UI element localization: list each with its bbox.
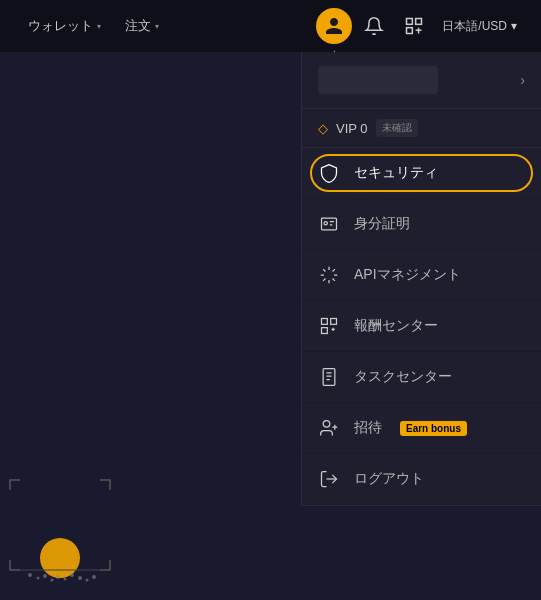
svg-point-3 — [40, 538, 80, 578]
unverified-badge: 未確認 — [376, 119, 418, 137]
svg-point-5 — [37, 577, 40, 580]
avatar-icon — [316, 8, 352, 44]
username-block — [318, 66, 438, 94]
logout-label: ログアウト — [354, 470, 424, 488]
tasks-icon — [318, 366, 340, 388]
menu-item-tasks[interactable]: タスクセンター — [302, 352, 541, 403]
lang-label: 日本語/USD — [442, 18, 507, 35]
identity-icon — [318, 213, 340, 235]
api-label: APIマネジメント — [354, 266, 461, 284]
svg-point-10 — [70, 573, 74, 577]
download-button[interactable] — [394, 0, 434, 52]
menu-item-invite[interactable]: 招待 Earn bonus — [302, 403, 541, 454]
decorative-scene — [0, 470, 311, 600]
orders-label: 注文 — [125, 17, 151, 35]
api-icon — [318, 264, 340, 286]
profile-dropdown: › ◇ VIP 0 未確認 セキュリティ — [301, 52, 541, 506]
bell-icon — [364, 16, 384, 36]
orders-chevron: ▾ — [155, 22, 159, 31]
svg-point-12 — [86, 579, 89, 582]
wallet-label: ウォレット — [28, 17, 93, 35]
language-button[interactable]: 日本語/USD ▾ — [434, 18, 525, 35]
menu-list: セキュリティ 身分証明 APIマネジメント — [302, 148, 541, 505]
svg-rect-18 — [331, 319, 337, 325]
invite-label: 招待 — [354, 419, 382, 437]
person-icon — [324, 16, 344, 36]
menu-item-rewards[interactable]: 報酬センター — [302, 301, 541, 352]
security-icon — [318, 162, 340, 184]
svg-point-8 — [56, 575, 60, 579]
svg-point-13 — [92, 575, 96, 579]
profile-button[interactable]: ▲ — [314, 0, 354, 52]
svg-point-21 — [323, 421, 330, 428]
vip-diamond-icon: ◇ — [318, 121, 328, 136]
svg-rect-1 — [416, 19, 422, 25]
svg-rect-0 — [407, 19, 413, 25]
tasks-label: タスクセンター — [354, 368, 452, 386]
notifications-button[interactable] — [354, 0, 394, 52]
rewards-icon — [318, 315, 340, 337]
dropdown-header: › — [302, 52, 541, 109]
identity-label: 身分証明 — [354, 215, 410, 233]
earn-bonus-badge: Earn bonus — [400, 421, 467, 436]
download-icon — [404, 16, 424, 36]
rewards-label: 報酬センター — [354, 317, 438, 335]
logout-icon — [318, 468, 340, 490]
svg-point-4 — [28, 573, 32, 577]
orders-nav[interactable]: 注文 ▾ — [113, 0, 171, 52]
lang-chevron: ▾ — [511, 19, 517, 33]
menu-item-api[interactable]: APIマネジメント — [302, 250, 541, 301]
menu-item-logout[interactable]: ログアウト — [302, 454, 541, 505]
menu-item-security[interactable]: セキュリティ — [302, 148, 541, 199]
svg-rect-19 — [322, 328, 328, 334]
svg-point-11 — [78, 576, 82, 580]
svg-point-7 — [51, 579, 54, 582]
svg-point-9 — [64, 578, 67, 581]
dropdown-expand-arrow[interactable]: › — [520, 72, 525, 88]
navbar: ウォレット ▾ 注文 ▾ ▲ 日本語/USD ▾ — [0, 0, 541, 52]
menu-item-identity[interactable]: 身分証明 — [302, 199, 541, 250]
svg-rect-2 — [407, 28, 413, 34]
vip-label: VIP 0 — [336, 121, 368, 136]
svg-rect-17 — [322, 319, 328, 325]
invite-icon — [318, 417, 340, 439]
svg-rect-20 — [323, 369, 335, 386]
svg-point-16 — [324, 222, 327, 225]
wallet-nav[interactable]: ウォレット ▾ — [16, 0, 113, 52]
svg-point-6 — [43, 574, 47, 578]
chart-decoration-svg — [0, 470, 300, 600]
vip-row: ◇ VIP 0 未確認 — [302, 109, 541, 148]
wallet-chevron: ▾ — [97, 22, 101, 31]
security-label: セキュリティ — [354, 164, 438, 182]
